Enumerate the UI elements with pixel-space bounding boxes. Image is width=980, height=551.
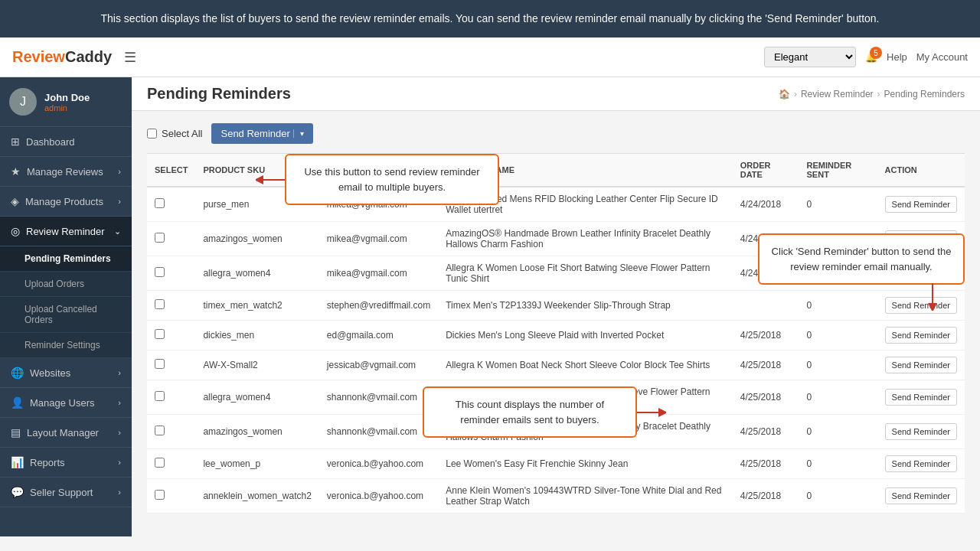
cell-action: Send Reminder — [877, 415, 965, 449]
cell-order-date: 4/25/2018 — [733, 321, 799, 350]
cell-checkbox — [147, 350, 195, 380]
review-reminder-submenu: Pending Reminders Upload Orders Upload C… — [0, 246, 132, 358]
send-reminder-row-button[interactable]: Send Reminder — [885, 423, 957, 440]
table-row: anneklein_women_watch2 veronica.b@yahoo.… — [147, 479, 965, 514]
row-checkbox[interactable] — [155, 299, 165, 309]
chevron-right-icon: › — [118, 487, 121, 497]
send-reminder-label: Send Reminder — [220, 128, 289, 139]
cell-checkbox — [147, 222, 195, 256]
sidebar-item-upload-orders[interactable]: Upload Orders — [0, 272, 132, 297]
row-checkbox[interactable] — [155, 359, 165, 369]
cell-action: Send Reminder — [877, 479, 965, 514]
chevron-right-icon: › — [118, 398, 121, 407]
sidebar-item-label: Layout Manager — [27, 427, 99, 439]
cell-order-date: 4/25/2018 — [733, 479, 799, 514]
manage-reviews-icon: ★ — [11, 165, 21, 178]
reminder-settings-label: Reminder Settings — [24, 340, 100, 350]
col-reminder-sent: REMINDER SENT — [799, 154, 877, 187]
cell-reminder-sent: 0 — [799, 479, 877, 514]
select-all-label[interactable]: Select All — [147, 128, 202, 139]
help-link[interactable]: Help — [887, 51, 907, 63]
cell-product: Allegra K Women Loose Fit Short Batwing … — [438, 256, 733, 291]
row-checkbox[interactable] — [155, 233, 165, 243]
table-row: AW-X-Small2 jessicab@vgmail.com Allegra … — [147, 350, 965, 380]
pending-reminders-label: Pending Reminders — [24, 253, 111, 264]
send-reminder-row-button[interactable]: Send Reminder — [885, 389, 957, 406]
chevron-right-icon: › — [118, 458, 121, 467]
send-reminder-row-button[interactable]: Send Reminder — [885, 487, 957, 504]
cell-order-date: 4/25/2018 — [733, 350, 799, 380]
sidebar-item-seller-support[interactable]: 💬 Seller Support › — [0, 478, 132, 507]
sidebar-item-dashboard[interactable]: ⊞ Dashboard — [0, 127, 132, 157]
sidebar-item-manage-products[interactable]: ◈ Manage Products › — [0, 187, 132, 217]
row-checkbox[interactable] — [155, 267, 165, 277]
cell-order-date — [733, 291, 799, 321]
banner-text: This section displays the list of buyers… — [101, 12, 880, 24]
callout-3-text: This count displays the number of remind… — [456, 399, 604, 425]
callout-2-text: Click 'Send Reminder' button to send the… — [772, 246, 952, 272]
content-area: Use this button to send review reminder … — [132, 111, 980, 526]
manage-products-icon: ◈ — [11, 195, 19, 207]
sidebar-item-upload-cancelled-orders[interactable]: Upload Cancelled Orders — [0, 297, 132, 333]
row-checkbox[interactable] — [155, 198, 165, 208]
sidebar-item-pending-reminders[interactable]: Pending Reminders — [0, 246, 132, 272]
send-reminder-row-button[interactable]: Send Reminder — [885, 297, 957, 314]
notification-icon[interactable]: 🔔 5 — [865, 51, 877, 63]
theme-select[interactable]: Elegant — [764, 47, 856, 67]
main-content: Pending Reminders 🏠 › Review Reminder › … — [132, 77, 980, 536]
page-title: Pending Reminders — [147, 85, 291, 103]
cell-checkbox — [147, 256, 195, 291]
cell-reminder-sent: 0 — [799, 449, 877, 479]
cell-product: Anne Klein Women's 109443WTRD Silver-Ton… — [438, 479, 733, 514]
my-account-link[interactable]: My Account — [916, 51, 968, 63]
cell-checkbox — [147, 479, 195, 514]
send-reminder-row-button[interactable]: Send Reminder — [885, 196, 957, 213]
chevron-right-icon: › — [118, 368, 121, 377]
send-reminder-button[interactable]: Send Reminder ▾ — [211, 123, 312, 144]
cell-sku: timex_men_watch2 — [195, 291, 318, 321]
cell-sku: amazingos_women — [195, 222, 318, 256]
seller-support-icon: 💬 — [11, 486, 24, 498]
row-checkbox[interactable] — [155, 458, 165, 468]
send-reminder-row-button[interactable]: Send Reminder — [885, 455, 957, 472]
review-reminder-icon: ◎ — [11, 225, 20, 237]
cell-product: Dickies Men's Long Sleeve Plaid with Inv… — [438, 321, 733, 350]
row-checkbox[interactable] — [155, 425, 165, 435]
cell-sku: dickies_men — [195, 321, 318, 350]
chevron-right-icon: › — [118, 167, 121, 176]
cell-action: Send Reminder — [877, 449, 965, 479]
sidebar-item-review-reminder[interactable]: ◎ Review Reminder ⌄ — [0, 217, 132, 246]
cell-action: Send Reminder — [877, 187, 965, 222]
select-all-checkbox[interactable] — [147, 129, 157, 139]
send-reminder-row-button[interactable]: Send Reminder — [885, 357, 957, 373]
sidebar-item-manage-reviews[interactable]: ★ Manage Reviews › — [0, 157, 132, 187]
row-checkbox[interactable] — [155, 391, 165, 401]
sidebar-item-websites[interactable]: 🌐 Websites › — [0, 358, 132, 388]
top-banner: This section displays the list of buyers… — [0, 0, 980, 37]
cell-email: mikea@vgmail.com — [319, 256, 438, 291]
upload-orders-label: Upload Orders — [24, 279, 84, 289]
cell-email: veronica.b@yahoo.com — [319, 449, 438, 479]
row-checkbox[interactable] — [155, 490, 165, 500]
row-checkbox[interactable] — [155, 329, 165, 339]
col-order-date: ORDER DATE — [733, 154, 799, 187]
data-table: SELECT PRODUCT SKU CUSTOMER EMAIL PRODUC… — [147, 153, 965, 514]
reports-icon: 📊 — [11, 456, 24, 468]
cell-action: Send Reminder — [877, 291, 965, 321]
sidebar-item-reports[interactable]: 📊 Reports › — [0, 448, 132, 478]
send-reminder-row-button[interactable]: Send Reminder — [885, 327, 957, 344]
cell-product: AmazingOS® Handmade Brown Leather Infini… — [438, 222, 733, 256]
cell-email: mikea@vgmail.com — [319, 222, 438, 256]
sidebar-item-label: Seller Support — [30, 487, 93, 498]
dropdown-arrow-icon: ▾ — [293, 129, 304, 138]
sidebar-item-manage-users[interactable]: 👤 Manage Users › — [0, 388, 132, 418]
cell-email: ed@gmaila.com — [319, 321, 438, 350]
sidebar-item-reminder-settings[interactable]: Reminder Settings — [0, 333, 132, 358]
sidebar-item-layout-manager[interactable]: ▤ Layout Manager › — [0, 418, 132, 448]
cell-checkbox — [147, 291, 195, 321]
cell-email: shannonk@vmail.com — [319, 380, 438, 415]
hamburger-button[interactable]: ☰ — [124, 49, 136, 66]
toolbar: Select All Send Reminder ▾ — [147, 123, 965, 144]
breadcrumb-sep: › — [794, 89, 797, 99]
cell-product: Allegra K Women Boat Neck Short Sleeve C… — [438, 350, 733, 380]
